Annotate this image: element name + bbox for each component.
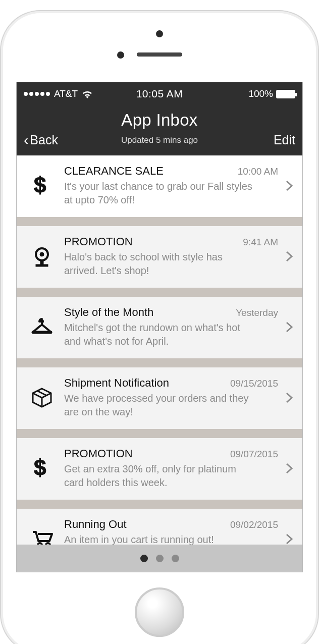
row-content: Style of the Month Yesterday Mitchel's g… bbox=[61, 306, 283, 348]
row-time: 10:00 AM bbox=[238, 166, 281, 177]
row-title: Style of the Month bbox=[64, 306, 236, 319]
row-desc: It's your last chance to grab our Fall s… bbox=[64, 180, 256, 207]
row-content: CLEARANCE SALE 10:00 AM It's your last c… bbox=[61, 165, 283, 207]
chevron-right-icon bbox=[283, 251, 295, 262]
bell-icon bbox=[23, 245, 61, 267]
row-content: Shipment Notification 09/15/2015 We have… bbox=[61, 377, 283, 419]
row-title: CLEARANCE SALE bbox=[64, 165, 238, 178]
row-desc: Get an extra 30% off, only for platinum … bbox=[64, 462, 256, 490]
chevron-right-icon bbox=[283, 463, 295, 474]
device-speaker bbox=[137, 52, 182, 57]
row-desc: An item in you cart is running out! Purc… bbox=[64, 533, 256, 545]
row-time: 09/15/2015 bbox=[230, 378, 281, 389]
phone-frame: AT&T 10:05 AM 100% App Inbox ‹ Back Upda… bbox=[0, 10, 319, 644]
page-title: App Inbox bbox=[24, 111, 295, 130]
dollar-icon bbox=[23, 457, 61, 479]
home-button[interactable] bbox=[135, 587, 184, 637]
edit-button[interactable]: Edit bbox=[205, 133, 295, 147]
row-desc: Halo's back to school with style has arr… bbox=[64, 250, 256, 278]
row-title: Shipment Notification bbox=[64, 377, 230, 390]
chevron-left-icon: ‹ bbox=[24, 133, 28, 147]
row-title: PROMOTION bbox=[64, 235, 243, 248]
battery-icon bbox=[276, 90, 295, 98]
status-bar: AT&T 10:05 AM 100% bbox=[17, 82, 302, 105]
row-desc: We have processed your orders and they a… bbox=[64, 392, 256, 419]
page-indicator[interactable] bbox=[17, 545, 302, 572]
chevron-right-icon bbox=[283, 392, 295, 403]
inbox-row[interactable]: PROMOTION 9:41 AM Halo's back to school … bbox=[17, 226, 302, 288]
page-dot[interactable] bbox=[140, 555, 148, 562]
cart-icon bbox=[23, 528, 61, 545]
inbox-list[interactable]: CLEARANCE SALE 10:00 AM It's your last c… bbox=[17, 155, 302, 545]
inbox-row[interactable]: Style of the Month Yesterday Mitchel's g… bbox=[17, 297, 302, 358]
screen: AT&T 10:05 AM 100% App Inbox ‹ Back Upda… bbox=[16, 82, 303, 572]
row-content: PROMOTION 9:41 AM Halo's back to school … bbox=[61, 235, 283, 278]
carrier-label: AT&T bbox=[54, 88, 78, 99]
inbox-row[interactable]: Running Out 09/02/2015 An item in you ca… bbox=[17, 509, 302, 545]
row-title: PROMOTION bbox=[64, 447, 230, 460]
row-time: 9:41 AM bbox=[243, 237, 281, 248]
chevron-right-icon bbox=[283, 180, 295, 191]
status-time: 10:05 AM bbox=[114, 88, 204, 100]
nav-header: App Inbox ‹ Back Updated 5 mins ago Edit bbox=[17, 105, 302, 155]
row-time: 09/07/2015 bbox=[230, 449, 281, 460]
row-desc: Mitchel's got the rundown on what's hot … bbox=[64, 321, 256, 348]
chevron-right-icon bbox=[283, 321, 295, 333]
dollar-icon bbox=[23, 175, 61, 197]
device-camera bbox=[156, 30, 163, 37]
inbox-row[interactable]: Shipment Notification 09/15/2015 We have… bbox=[17, 367, 302, 429]
box-icon bbox=[23, 387, 61, 409]
back-label: Back bbox=[30, 133, 58, 147]
page-dot[interactable] bbox=[172, 555, 179, 562]
inbox-row[interactable]: CLEARANCE SALE 10:00 AM It's your last c… bbox=[17, 155, 302, 217]
back-button[interactable]: ‹ Back bbox=[24, 133, 114, 147]
row-time: Yesterday bbox=[236, 307, 281, 318]
wifi-icon bbox=[82, 90, 93, 98]
row-title: Running Out bbox=[64, 518, 230, 531]
row-content: Running Out 09/02/2015 An item in you ca… bbox=[61, 518, 283, 545]
device-sensor bbox=[117, 51, 124, 59]
inbox-row[interactable]: PROMOTION 09/07/2015 Get an extra 30% of… bbox=[17, 438, 302, 500]
battery-percent: 100% bbox=[248, 88, 273, 99]
updated-label: Updated 5 mins ago bbox=[114, 135, 204, 145]
page-dot[interactable] bbox=[156, 555, 164, 562]
row-content: PROMOTION 09/07/2015 Get an extra 30% of… bbox=[61, 447, 283, 490]
row-time: 09/02/2015 bbox=[230, 519, 281, 530]
hanger-icon bbox=[23, 316, 61, 338]
chevron-right-icon bbox=[283, 533, 295, 545]
signal-strength-icon bbox=[24, 92, 50, 96]
